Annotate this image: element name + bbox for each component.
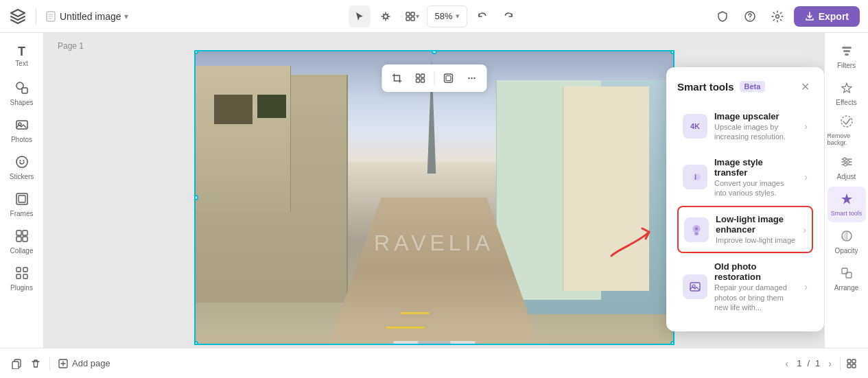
- grid-view-btn[interactable]: [846, 358, 857, 369]
- resize-handle-tl[interactable]: [194, 50, 198, 54]
- svg-rect-56: [852, 364, 856, 368]
- svg-rect-5: [411, 17, 414, 21]
- svg-rect-54: [852, 359, 856, 363]
- style-transfer-desc: Convert your images into various styles.: [714, 178, 797, 198]
- smart-tools-panel: Smart tools Beta ✕ 4K Image upscaler Ups…: [666, 67, 824, 331]
- remove-bg-icon: [840, 115, 854, 130]
- redo-btn[interactable]: [497, 5, 519, 27]
- svg-rect-4: [406, 17, 410, 21]
- smart-tool-style-transfer[interactable]: Image style transfer Convert your images…: [677, 150, 813, 205]
- pan-tool-btn[interactable]: [375, 5, 397, 27]
- canvas-area[interactable]: Page 1: [44, 33, 824, 348]
- sidebar-item-plugins[interactable]: Plugins: [3, 261, 41, 296]
- zoom-chevron-icon: ▾: [456, 12, 460, 21]
- photo-restoration-icon: [683, 274, 707, 299]
- svg-rect-17: [19, 196, 25, 202]
- top-bar-center: ▾ 58% ▾: [349, 5, 519, 27]
- copy-btn[interactable]: [11, 358, 22, 369]
- crop-btn[interactable]: [386, 67, 408, 89]
- photo-restoration-desc: Repair your damaged photos or bring them…: [714, 283, 797, 312]
- low-light-text: Low-light image enhancer Improve low-lig…: [716, 214, 796, 245]
- grid-btn[interactable]: [409, 67, 431, 89]
- resize-handle-bl[interactable]: [194, 341, 198, 345]
- top-bar-right: Export: [525, 5, 860, 27]
- svg-point-34: [473, 78, 475, 79]
- svg-rect-22: [16, 268, 21, 272]
- sidebar-item-remove-bg[interactable]: Remove backgr.: [828, 113, 866, 148]
- sidebar-item-filters[interactable]: Filters: [828, 38, 866, 74]
- svg-rect-3: [411, 12, 414, 16]
- smart-panel-title-row: Smart tools Beta: [677, 81, 765, 93]
- photo-restoration-title: Old photo restoration: [714, 261, 797, 282]
- sidebar-item-label: Effects: [836, 99, 856, 106]
- bottom-bar-left: Add page: [11, 357, 110, 370]
- svg-rect-18: [16, 231, 21, 235]
- svg-point-37: [695, 227, 698, 230]
- low-light-title: Low-light image enhancer: [716, 214, 796, 235]
- page-sep: /: [807, 358, 810, 368]
- bottom-bar-right: ‹ 1 / 1 ›: [783, 355, 857, 372]
- add-page-btn[interactable]: Add page: [58, 358, 110, 368]
- sidebar-item-smart-tools[interactable]: Smart tools: [828, 187, 866, 222]
- export-btn[interactable]: Export: [794, 6, 860, 27]
- sidebar-item-shapes[interactable]: Shapes: [3, 75, 41, 111]
- doc-title-text: Untitled image: [60, 11, 121, 22]
- sidebar-item-photos[interactable]: Photos: [3, 113, 41, 148]
- smart-panel-close-btn[interactable]: ✕: [797, 78, 813, 95]
- logo-icon[interactable]: [8, 7, 27, 26]
- low-light-arrow-icon: ›: [803, 224, 806, 235]
- sidebar-item-arrange[interactable]: Arrange: [828, 261, 866, 296]
- sidebar-item-stickers[interactable]: Stickers: [3, 150, 41, 185]
- zoom-control[interactable]: 58% ▾: [427, 5, 467, 27]
- sidebar-item-label: Photos: [11, 136, 32, 143]
- sidebar-item-label: Plugins: [10, 284, 33, 292]
- help-icon-btn[interactable]: [739, 5, 761, 27]
- layout-btn[interactable]: ▾: [401, 5, 423, 27]
- sidebar-item-adjust[interactable]: Adjust: [828, 150, 866, 185]
- undo-btn[interactable]: [471, 5, 493, 27]
- sidebar-item-frames[interactable]: Frames: [3, 187, 41, 222]
- smart-panel-header: Smart tools Beta ✕: [677, 78, 813, 95]
- more-btn[interactable]: [460, 67, 482, 89]
- prev-page-btn[interactable]: ‹: [783, 355, 792, 372]
- resize-handle-tr[interactable]: [670, 50, 675, 54]
- sidebar-item-effects[interactable]: Effects: [828, 75, 866, 111]
- smart-tool-low-light[interactable]: Low-light image enhancer Improve low-lig…: [677, 206, 813, 253]
- sidebar-item-text[interactable]: T Text: [3, 38, 41, 74]
- svg-rect-41: [843, 50, 850, 52]
- svg-rect-55: [847, 364, 851, 368]
- select-tool-btn[interactable]: [349, 5, 371, 27]
- top-bar: Untitled image ▾ ▾ 58% ▾: [0, 0, 868, 33]
- svg-rect-21: [23, 237, 27, 241]
- svg-point-15: [23, 160, 24, 161]
- svg-rect-19: [23, 231, 27, 235]
- photo-restoration-arrow-icon: ›: [804, 281, 808, 292]
- resize-handle-br[interactable]: [670, 341, 675, 345]
- shield-icon-btn[interactable]: [712, 5, 734, 27]
- svg-rect-40: [842, 47, 852, 49]
- left-sidebar: T Text Shapes Photos Stickers Frames: [0, 33, 44, 348]
- delete-btn[interactable]: [30, 358, 41, 369]
- style-transfer-title: Image style transfer: [714, 157, 797, 178]
- chevron-down-icon[interactable]: ▾: [124, 12, 128, 21]
- sidebar-item-label: Collage: [10, 247, 34, 255]
- doc-title[interactable]: Untitled image ▾: [45, 10, 128, 23]
- canvas-frame: RAVELIA: [194, 50, 675, 345]
- settings-icon-btn[interactable]: [766, 5, 788, 27]
- stickers-icon: [15, 155, 29, 171]
- page-total: 1: [815, 358, 820, 368]
- frame-btn[interactable]: [437, 67, 459, 89]
- svg-rect-27: [421, 74, 424, 78]
- smart-tool-upscaler[interactable]: 4K Image upscaler Upscale images by incr…: [677, 104, 813, 149]
- smart-tool-photo-restoration[interactable]: Old photo restoration Repair your damage…: [677, 255, 813, 319]
- upscaler-desc: Upscale images by increasing resolution.: [714, 122, 797, 142]
- sidebar-item-collage[interactable]: Collage: [3, 224, 41, 259]
- svg-rect-51: [12, 362, 19, 369]
- sidebar-item-opacity[interactable]: Opacity: [828, 224, 866, 259]
- svg-point-7: [749, 19, 750, 19]
- smart-panel-beta: Beta: [740, 81, 766, 92]
- next-page-btn[interactable]: ›: [825, 355, 834, 372]
- svg-point-1: [384, 14, 388, 19]
- svg-point-45: [847, 161, 849, 163]
- low-light-desc: Improve low-light image: [716, 235, 796, 245]
